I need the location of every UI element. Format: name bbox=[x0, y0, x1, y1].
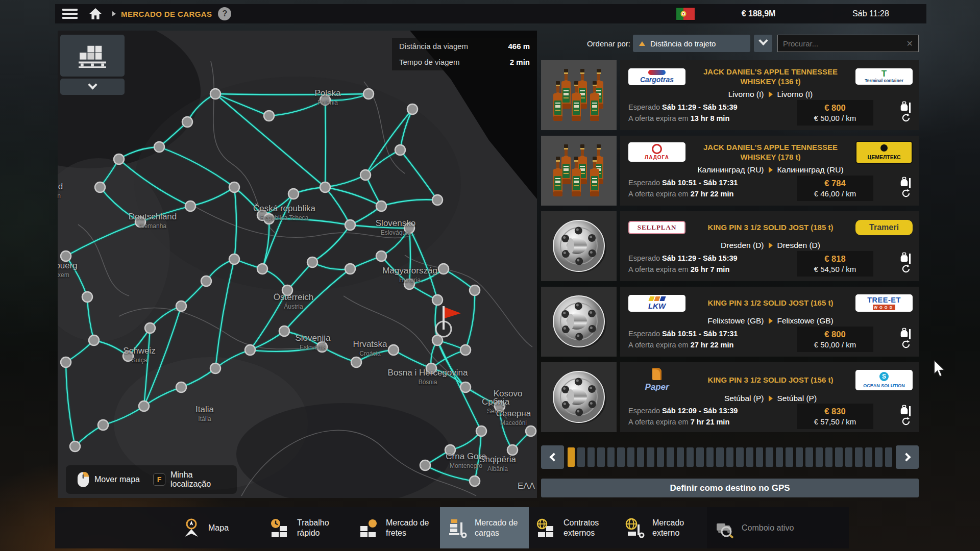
nav-convoy[interactable]: Comboio ativo bbox=[707, 507, 824, 548]
city-node[interactable] bbox=[438, 264, 449, 274]
city-node[interactable] bbox=[345, 264, 355, 274]
nav-external-contracts[interactable]: Contratos externos bbox=[529, 507, 618, 548]
city-node[interactable] bbox=[445, 445, 455, 455]
page-prev-button[interactable] bbox=[541, 445, 564, 469]
city-node[interactable] bbox=[376, 251, 386, 261]
trailer-filter-button[interactable] bbox=[60, 35, 125, 77]
city-node[interactable] bbox=[82, 292, 92, 302]
city-node[interactable] bbox=[420, 460, 430, 470]
page-segment[interactable] bbox=[587, 447, 595, 467]
map-canvas[interactable] bbox=[58, 31, 537, 498]
city-node[interactable] bbox=[507, 445, 518, 455]
trailer-filter-expand-button[interactable] bbox=[60, 79, 125, 95]
city-node[interactable] bbox=[345, 220, 355, 230]
city-node[interactable] bbox=[404, 279, 414, 289]
city-node[interactable] bbox=[288, 189, 299, 199]
world-map[interactable]: PolskaPolôniaDeutschlandAlemanhaČeská re… bbox=[58, 31, 537, 498]
city-node[interactable] bbox=[426, 363, 436, 373]
city-node[interactable] bbox=[360, 170, 371, 180]
nav-freight-market[interactable]: Mercado de fretes bbox=[351, 507, 440, 548]
page-segment[interactable] bbox=[696, 447, 703, 467]
page-segment[interactable] bbox=[776, 447, 783, 467]
page-segment[interactable] bbox=[637, 447, 644, 467]
page-segment[interactable] bbox=[845, 447, 852, 467]
city-node[interactable] bbox=[95, 182, 105, 192]
page-segment[interactable] bbox=[805, 447, 813, 467]
city-node[interactable] bbox=[210, 363, 220, 373]
sort-dropdown[interactable]: Distância do trajeto bbox=[633, 35, 750, 52]
cargo-offer-card[interactable]: ЛАДОГА JACK DANIEL'S APPLE TENNESSEE WHI… bbox=[541, 136, 919, 206]
city-node[interactable] bbox=[279, 326, 289, 336]
page-segment[interactable] bbox=[706, 447, 714, 467]
city-node[interactable] bbox=[376, 201, 386, 211]
city-node[interactable] bbox=[320, 182, 330, 192]
city-node[interactable] bbox=[264, 214, 274, 224]
city-node[interactable] bbox=[307, 257, 317, 267]
page-segment[interactable] bbox=[865, 447, 872, 467]
city-node[interactable] bbox=[98, 420, 108, 430]
page-segment[interactable] bbox=[746, 447, 753, 467]
page-segment[interactable] bbox=[627, 447, 634, 467]
page-segment[interactable] bbox=[736, 447, 743, 467]
page-segment[interactable] bbox=[677, 447, 684, 467]
city-node[interactable] bbox=[182, 117, 192, 127]
page-segment[interactable] bbox=[657, 447, 664, 467]
city-node[interactable] bbox=[404, 223, 414, 233]
city-node[interactable] bbox=[114, 154, 124, 164]
nav-map[interactable]: Mapa bbox=[174, 507, 262, 548]
cargo-offer-card[interactable]: SELLPLAN KING PIN 3 1/2 SOLID JOST (185 … bbox=[541, 211, 919, 281]
city-node[interactable] bbox=[495, 401, 505, 411]
city-node[interactable] bbox=[176, 301, 186, 311]
page-segment[interactable] bbox=[597, 447, 604, 467]
page-segment[interactable] bbox=[667, 447, 674, 467]
page-segment[interactable] bbox=[617, 447, 624, 467]
city-node[interactable] bbox=[201, 276, 211, 286]
city-node[interactable] bbox=[460, 382, 471, 392]
nav-external-market[interactable]: Mercado externo bbox=[618, 507, 706, 548]
city-node[interactable] bbox=[135, 217, 145, 227]
city-node[interactable] bbox=[351, 357, 361, 367]
city-node[interactable] bbox=[282, 285, 292, 295]
home-button[interactable] bbox=[89, 8, 102, 20]
city-node[interactable] bbox=[139, 401, 149, 411]
page-segment[interactable] bbox=[855, 447, 862, 467]
page-segment[interactable] bbox=[577, 447, 584, 467]
page-segment[interactable] bbox=[568, 447, 575, 467]
menu-button[interactable] bbox=[62, 9, 78, 19]
city-node[interactable] bbox=[123, 351, 133, 361]
city-node[interactable] bbox=[61, 251, 71, 261]
page-segment[interactable] bbox=[835, 447, 842, 467]
city-node[interactable] bbox=[320, 95, 330, 105]
city-node[interactable] bbox=[229, 254, 239, 264]
city-node[interactable] bbox=[210, 89, 220, 99]
city-node[interactable] bbox=[460, 345, 471, 355]
page-segment[interactable] bbox=[786, 447, 793, 467]
sort-expand-button[interactable] bbox=[754, 35, 772, 52]
city-node[interactable] bbox=[245, 345, 255, 355]
nav-cargo-market[interactable]: Mercado de cargas bbox=[440, 507, 529, 548]
page-next-button[interactable] bbox=[896, 445, 919, 469]
city-node[interactable] bbox=[470, 285, 480, 295]
page-segment[interactable] bbox=[875, 447, 882, 467]
city-node[interactable] bbox=[70, 441, 80, 452]
page-segment[interactable] bbox=[756, 447, 763, 467]
city-node[interactable] bbox=[257, 264, 267, 274]
page-segment[interactable] bbox=[816, 447, 823, 467]
nav-quick-job[interactable]: Trabalho rápido bbox=[262, 507, 351, 548]
city-node[interactable] bbox=[476, 426, 486, 436]
my-location-hint[interactable]: F Minha localização bbox=[153, 470, 226, 488]
search-box[interactable]: ✕ bbox=[777, 35, 919, 52]
cargo-offer-card[interactable]: Cargotras JACK DANIEL'S APPLE TENNESSEE … bbox=[541, 60, 919, 130]
city-node[interactable] bbox=[407, 104, 418, 114]
city-node[interactable] bbox=[61, 357, 71, 367]
cargo-offer-card[interactable]: Paper KING PIN 3 1/2 SOLID JOST (156 t) … bbox=[541, 362, 919, 432]
page-segment[interactable] bbox=[716, 447, 723, 467]
search-clear-icon[interactable]: ✕ bbox=[906, 39, 913, 48]
city-node[interactable] bbox=[176, 382, 186, 392]
page-segment[interactable] bbox=[885, 447, 892, 467]
city-node[interactable] bbox=[432, 295, 443, 305]
city-node[interactable] bbox=[470, 476, 480, 486]
search-input[interactable] bbox=[783, 39, 906, 48]
page-segment[interactable] bbox=[766, 447, 773, 467]
city-node[interactable] bbox=[526, 426, 536, 436]
